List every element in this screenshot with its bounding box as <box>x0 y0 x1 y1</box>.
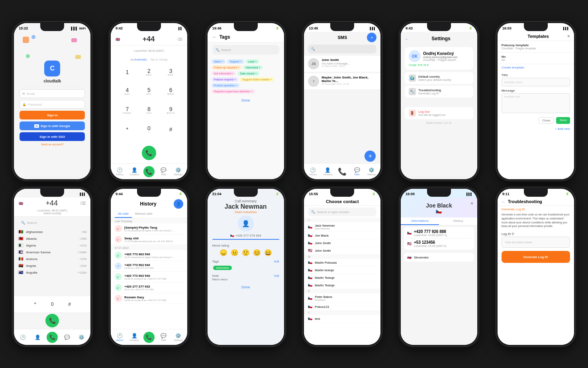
nav-call-sms[interactable]: 📞 <box>335 167 350 176</box>
contact-martin-testuje-3[interactable]: 🇨🇿 Martin Testuje <box>304 282 380 289</box>
nav-call[interactable]: 📞 <box>142 166 157 177</box>
form-message-input[interactable]: template text <box>502 93 570 113</box>
contact-martin-testuje-2[interactable]: 🇨🇿 Martin Testuje <box>304 274 380 282</box>
cs-tags-edit[interactable]: Edit <box>274 260 279 263</box>
back-button-tags[interactable]: ← <box>212 34 217 40</box>
email-field[interactable]: ✉ Email <box>20 89 85 98</box>
password-field[interactable]: 🔒 Password <box>20 100 85 109</box>
country-afghanistan[interactable]: 🇦🇫 Afghanistan +93 <box>18 229 86 235</box>
settings-row-country[interactable]: 🌍 Default country Select your default co… <box>405 72 473 84</box>
tag-saleclosed[interactable]: Sale closed + <box>237 71 259 76</box>
tag-followup[interactable]: Follow up required + <box>212 65 242 70</box>
call-romain-1[interactable]: ↙ Romain Gary 13:56 on Group B as +420 2… <box>111 293 187 304</box>
need-account-link[interactable]: Need an account? <box>41 143 64 146</box>
contact-jack-newman[interactable]: 🇨🇿 Jack Newman Jack Newman <box>304 222 380 232</box>
dial-key-0[interactable]: 0+ <box>139 123 159 135</box>
tags-done-btn[interactable]: Done <box>208 96 284 105</box>
call-420-1[interactable]: ↙ +420 773 963 540 13:22 answered by Age… <box>111 250 187 261</box>
call-3way[interactable]: ↙ 3way shit 17:21 Ondřej Konečný led via… <box>111 234 187 245</box>
nav-contacts-sms[interactable]: 👤Contacts <box>320 167 335 176</box>
jb-tab-history[interactable]: History <box>439 217 477 225</box>
tag-supportticket[interactable]: Support ticket created + <box>240 77 274 82</box>
dial-key-5[interactable]: 5JKL <box>139 85 159 97</box>
country-anguilla[interactable]: 🇦🇮 Anguilla +1264 <box>18 269 86 276</box>
template-item-1[interactable]: Pokusny template Cloudtalk - Prague temp… <box>498 41 574 53</box>
nav-sms-h[interactable]: 💬SMS <box>156 333 171 341</box>
nav-contacts[interactable]: 👤Contacts <box>127 167 142 176</box>
tag-featurerequest[interactable]: Feature request + <box>212 77 238 82</box>
contact-john-smith-2[interactable]: 🇺🇸 John Smith <box>304 247 380 254</box>
tags-search[interactable]: 🔍 Search <box>212 45 279 55</box>
dial-key-9[interactable]: 9WXYZ <box>161 104 181 116</box>
mood-3[interactable]: 🙂 <box>242 249 250 256</box>
country-algeria[interactable]: 🇩🇿 Algeria +213 <box>18 242 86 249</box>
nav-history-sms[interactable]: 🕐History <box>306 167 320 176</box>
contact-john-smith-1[interactable]: 🇨🇿 John Smith <box>304 239 380 247</box>
country-angola[interactable]: 🇦🇴 Angola +244 <box>18 262 86 269</box>
joeblack-close-btn[interactable]: × <box>470 201 473 206</box>
nav-set-h[interactable]: ⚙️Settings <box>171 333 186 341</box>
tag-lead[interactable]: Lead + <box>246 59 259 64</box>
nav-call-h[interactable]: 📞 <box>142 332 157 343</box>
call-277-1[interactable]: ↙ +420 277 277 932 15:17 on +420 277 277… <box>111 282 187 293</box>
nav-settings-sms[interactable]: ⚙️Settings <box>365 167 379 176</box>
dial-key-3[interactable]: 3DEF <box>161 66 181 78</box>
settings-row-troubleshoot[interactable]: 🔧 Troubleshooting Generate Log ID <box>405 86 473 98</box>
dial-key-star[interactable]: * <box>117 123 137 135</box>
tag-interested[interactable]: Interested + <box>243 65 263 70</box>
template-item-2[interactable]: Nn list <box>498 53 574 64</box>
sso-signin-button[interactable]: Sign in with SSO <box>20 132 85 141</box>
ts-generate-btn[interactable]: Generate Log ID <box>502 251 570 263</box>
tag-support[interactable]: Support + <box>227 59 244 64</box>
nav-sms-d2[interactable]: 💬 <box>60 335 74 340</box>
template-save-btn[interactable]: Save <box>556 117 570 124</box>
nav-call-d2[interactable]: 📞 <box>45 332 60 343</box>
call-button[interactable]: 📞 <box>142 146 156 160</box>
delete-icon[interactable]: ⌫ <box>177 37 182 41</box>
nav-cont-d2[interactable]: 👤 <box>30 335 45 340</box>
contact-test[interactable]: 🇨🇿 test <box>304 315 380 323</box>
dial-key-1[interactable]: 1 <box>117 66 137 78</box>
dial-key-7[interactable]: 7PQRS <box>117 104 137 116</box>
history-avatar-icon[interactable]: 👤 <box>174 199 183 209</box>
sms-message-2[interactable]: ? Maybe: John Smith, Joe Black, Martin T… <box>304 73 380 89</box>
tag-supervisor[interactable]: Requires supervisor attention + <box>212 89 255 94</box>
country-search-input[interactable]: 🔍 Search <box>18 218 86 227</box>
tag-notinterested[interactable]: Not interested + <box>212 71 236 76</box>
create-template-link[interactable]: Create template <box>498 64 574 71</box>
contact-pokus123[interactable]: 🇨🇿 Pokus123 <box>304 303 380 311</box>
nav-sms[interactable]: 💬SMS <box>156 167 171 176</box>
nav-history[interactable]: 🕐History <box>112 167 127 176</box>
country-americansamoa[interactable]: 🇦🇸 American Samoa +1684 <box>18 249 86 256</box>
sms-message-1[interactable]: JS John Smith You have a message... 21 M… <box>304 56 380 72</box>
contact-peter-bakos[interactable]: 🇨🇿 Peter Bakos Employee <box>304 294 380 303</box>
dial-key-6[interactable]: 6MNO <box>161 85 181 97</box>
templates-close-btn[interactable]: × <box>567 33 570 39</box>
dial-key-hash[interactable]: # <box>161 123 181 135</box>
d2-key-star[interactable]: * <box>27 299 43 309</box>
sms-search[interactable]: 🔍 <box>308 45 376 53</box>
dial-key-8[interactable]: 8TUV <box>139 104 159 116</box>
country-andorra[interactable]: 🇦🇩 Andorra +376 <box>18 256 86 262</box>
cs-done-btn[interactable]: Done <box>239 283 253 292</box>
tab-all-calls[interactable]: All calls <box>115 210 132 218</box>
ts-generate-link[interactable]: Generate Log ID <box>498 206 574 213</box>
template-cancel-btn[interactable]: Close <box>539 117 554 124</box>
dial-key-2[interactable]: 2ABC <box>139 66 159 78</box>
tab-missed-calls[interactable]: Missed calls <box>132 210 156 218</box>
delete-d2[interactable]: ⌫ <box>80 201 86 206</box>
nav-settings[interactable]: ⚙️Settings <box>171 167 186 176</box>
nav-hist-d2[interactable]: 🕐 <box>16 335 30 340</box>
contact-joe-black[interactable]: 🇨🇿 Joe Black <box>304 232 380 239</box>
dial-key-4[interactable]: 4GHI <box>117 85 137 97</box>
ts-log-input[interactable]: Click the button below <box>502 237 570 248</box>
settings-row-logout[interactable]: 🚪 Log Out You will be logged out <box>405 107 473 119</box>
google-signin-button[interactable]: G Sign in with Google <box>20 121 85 130</box>
nav-hist-h[interactable]: 🕐History <box>112 333 127 341</box>
d2-key-0[interactable]: 0 <box>44 299 61 309</box>
mood-5[interactable]: 😄 <box>264 249 272 256</box>
mood-4[interactable]: 😊 <box>253 249 261 256</box>
cs-note-edit[interactable]: Edit <box>274 274 279 277</box>
add-new-link[interactable]: + Add new <box>498 125 574 132</box>
tag-interested-cs[interactable]: Interested <box>213 266 232 270</box>
